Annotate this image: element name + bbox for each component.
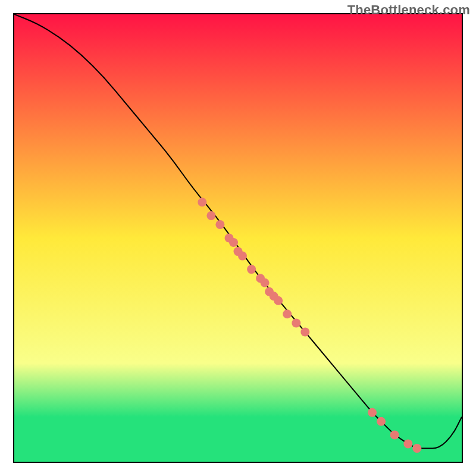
curve-marker <box>247 265 256 274</box>
curve-marker <box>300 327 309 336</box>
curve-marker <box>283 309 292 318</box>
curve-marker <box>377 417 386 426</box>
curve-marker <box>292 318 300 327</box>
bottleneck-curve <box>14 14 462 448</box>
plot-frame <box>13 13 463 463</box>
chart-stage: TheBottleneck.com <box>0 0 476 476</box>
curve-marker <box>261 278 270 287</box>
curve-marker <box>368 408 377 417</box>
curve-marker <box>206 211 215 220</box>
curve-marker <box>198 198 206 206</box>
watermark-text: TheBottleneck.com <box>347 2 470 18</box>
curve-marker <box>215 220 224 229</box>
curve-marker <box>390 430 399 439</box>
chart-curve-layer <box>14 14 462 462</box>
curve-marker <box>274 296 283 305</box>
curve-marker <box>229 238 238 247</box>
curve-markers <box>198 198 421 453</box>
curve-marker <box>238 252 247 261</box>
curve-marker <box>403 439 412 448</box>
curve-marker <box>412 444 421 453</box>
